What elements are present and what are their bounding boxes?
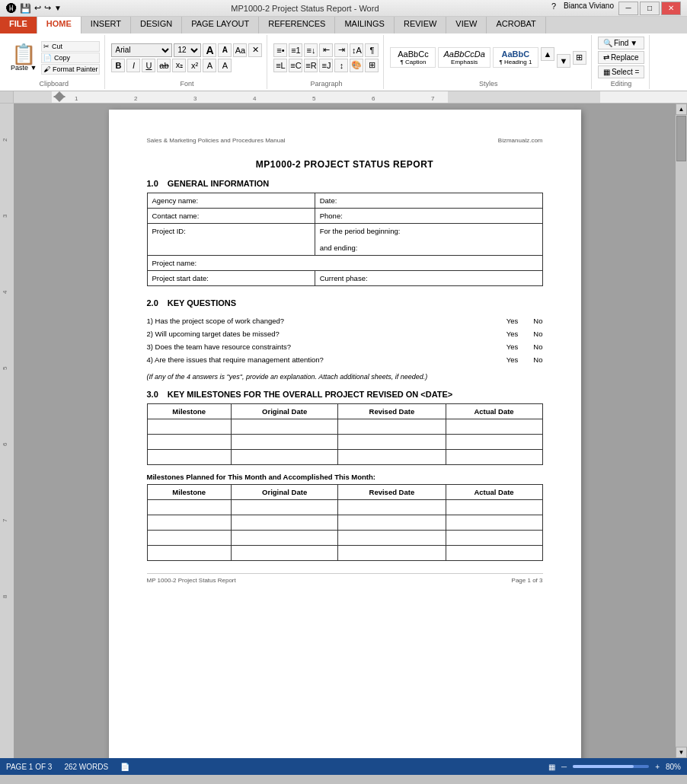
restore-button[interactable]: □ (640, 2, 660, 15)
question-1-row: 1) Has the project scope of work changed… (147, 317, 543, 325)
show-formatting-button[interactable]: ¶ (365, 43, 379, 57)
align-right-button[interactable]: ≡R (304, 59, 318, 72)
section1-number: 1.0 (147, 179, 158, 188)
zoom-slider[interactable] (573, 765, 649, 768)
help-button[interactable]: ? (548, 2, 559, 15)
footer-left: MP 1000-2 Project Status Report (147, 577, 236, 584)
scrollbar-thumb[interactable] (676, 116, 686, 161)
styles-expand[interactable]: ⊞ (573, 51, 586, 65)
bullets-button[interactable]: ≡• (273, 43, 287, 57)
general-info-table: Agency name: Date: Contact name: Phone: … (147, 193, 543, 286)
style-heading1[interactable]: AaBbC ¶ Heading 1 (493, 47, 538, 68)
minimize-button[interactable]: ─ (618, 2, 638, 15)
planned-milestone-col: Milestone (147, 485, 231, 500)
paste-button[interactable]: 📋 Paste ▼ (8, 43, 40, 73)
copy-button[interactable]: 📄 Copy (41, 53, 100, 63)
multilevel-button[interactable]: ≡↓ (304, 43, 318, 57)
font-group: Arial 12 A A Aa ✕ B I U ab (107, 35, 267, 89)
increase-indent-button[interactable]: ⇥ (334, 43, 348, 57)
left-margin: 2 3 4 5 6 7 8 (0, 104, 14, 758)
font-content: Arial 12 A A Aa ✕ B I U ab (111, 37, 262, 78)
tab-references[interactable]: REFERENCES (259, 17, 335, 33)
replace-button[interactable]: ⇄ Replace (598, 51, 644, 64)
zoom-out-button[interactable]: ─ (561, 763, 567, 771)
table-row: Contact name: Phone: (147, 209, 542, 224)
change-case-button[interactable]: Aa (233, 43, 247, 57)
tab-insert[interactable]: INSERT (81, 17, 131, 33)
tab-review[interactable]: REVIEW (395, 17, 446, 33)
increase-font-button[interactable]: A (203, 43, 216, 57)
tab-file[interactable]: FILE (0, 17, 37, 33)
question-4-row: 4) Are there issues that require managem… (147, 355, 543, 364)
numbering-button[interactable]: ≡1 (289, 43, 302, 57)
shading-button[interactable]: 🎨 (350, 59, 363, 72)
zoom-in-button[interactable]: + (655, 763, 660, 771)
question-3-yes: Yes (506, 343, 519, 351)
select-button[interactable]: ▦ Select = (598, 65, 644, 78)
tab-mailings[interactable]: MAILINGS (335, 17, 395, 33)
undo-icon[interactable]: ↩ (34, 3, 41, 13)
tab-acrobat[interactable]: ACROBAT (487, 17, 545, 33)
font-color-button[interactable]: A (218, 59, 232, 72)
planned-orig-date-col: Original Date (231, 485, 337, 500)
planned-rev-date-col: Revised Date (338, 485, 446, 500)
window-controls[interactable]: ? Bianca Viviano ─ □ ✕ (548, 2, 681, 15)
borders-button[interactable]: ⊞ (365, 59, 379, 72)
clear-format-button[interactable]: ✕ (248, 43, 262, 57)
document-scroll-area[interactable]: Sales & Marketing Policies and Procedure… (14, 104, 676, 758)
strikethrough-button[interactable]: ab (157, 59, 171, 72)
quick-access-icon[interactable]: ▼ (54, 4, 62, 12)
section1-title: GENERAL INFORMATION (168, 179, 269, 188)
underline-button[interactable]: U (142, 59, 155, 72)
save-icon[interactable]: 💾 (20, 3, 31, 14)
tab-page-layout[interactable]: PAGE LAYOUT (182, 17, 259, 33)
bold-button[interactable]: B (111, 59, 125, 72)
cut-button[interactable]: ✂ Cut (41, 41, 100, 52)
ribbon: 📋 Paste ▼ ✂ Cut 📄 Copy 🖌 Format Painter … (0, 33, 687, 91)
svg-text:6: 6 (2, 442, 8, 446)
format-painter-button[interactable]: 🖌 Format Painter (41, 64, 100, 75)
tab-design[interactable]: DESIGN (131, 17, 182, 33)
find-button[interactable]: 🔍 Find ▼ (598, 37, 644, 49)
tab-home[interactable]: HOME (37, 17, 81, 33)
question-3-yesno: Yes No (506, 343, 543, 351)
style-caption[interactable]: AaBbCc ¶ Caption (390, 47, 436, 68)
align-center-button[interactable]: ≡C (289, 59, 302, 72)
decrease-font-button[interactable]: A (218, 43, 232, 57)
justify-button[interactable]: ≡J (319, 59, 333, 72)
scrollbar-track[interactable] (676, 115, 687, 747)
styles-label: Styles (390, 78, 586, 88)
table-row: Project start date: Current phase: (147, 271, 542, 286)
title-bar-left: 🅦 💾 ↩ ↪ ▼ (6, 2, 62, 14)
style-emphasis[interactable]: AaBbCcDa Emphasis (438, 47, 490, 68)
section1-heading: 1.0 GENERAL INFORMATION (147, 179, 543, 188)
document-title: MP1000-2 PROJECT STATUS REPORT (147, 159, 543, 170)
tab-view[interactable]: VIEW (446, 17, 487, 33)
question-4-no: No (533, 355, 542, 364)
sort-button[interactable]: ↕A (350, 43, 363, 57)
text-highlight-button[interactable]: A (203, 59, 216, 72)
view-mode-icon[interactable]: ▦ (548, 763, 555, 771)
close-button[interactable]: ✕ (661, 2, 681, 15)
scroll-down-button[interactable]: ▼ (676, 747, 687, 758)
align-left-button[interactable]: ≡L (273, 59, 287, 72)
redo-icon[interactable]: ↪ (44, 3, 51, 13)
section2-title: KEY QUESTIONS (168, 298, 236, 308)
right-scrollbar[interactable]: ▲ ▼ (676, 104, 687, 758)
header-right: Bizmanualz.com (498, 137, 543, 144)
font-size-select[interactable]: 12 (174, 43, 201, 57)
line-spacing-button[interactable]: ↕ (334, 59, 348, 72)
styles-scroll-up[interactable]: ▲ (541, 47, 554, 61)
user-name: Bianca Viviano (561, 2, 617, 15)
decrease-indent-button[interactable]: ⇤ (319, 43, 333, 57)
svg-text:3: 3 (193, 95, 197, 102)
table-row: Project ID: For the period beginning:and… (147, 224, 542, 256)
paragraph-controls: ≡• ≡1 ≡↓ ⇤ ⇥ ↕A ¶ ≡L ≡C ≡R ≡J ↕ 🎨 (273, 43, 379, 72)
scroll-up-button[interactable]: ▲ (676, 104, 687, 115)
styles-scroll-down[interactable]: ▼ (557, 54, 570, 68)
svg-rect-2 (448, 91, 600, 103)
italic-button[interactable]: I (126, 59, 140, 72)
subscript-button[interactable]: x₂ (172, 59, 186, 72)
font-name-select[interactable]: Arial (111, 43, 172, 57)
superscript-button[interactable]: x² (187, 59, 201, 72)
